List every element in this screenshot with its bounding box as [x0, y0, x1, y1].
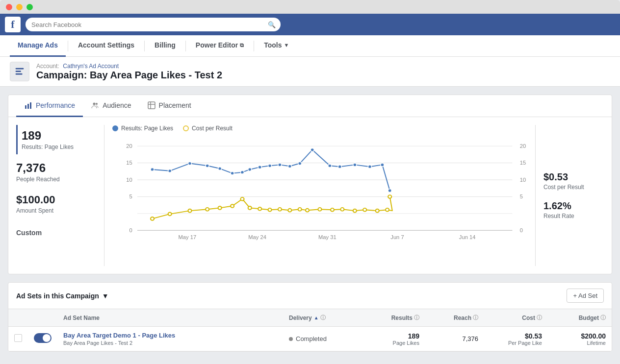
nav-separator-4 [254, 41, 254, 51]
svg-point-49 [353, 163, 357, 167]
performance-section: Performance Audience [8, 95, 612, 274]
delivery-info-icon[interactable]: ⓘ [320, 314, 326, 321]
facebook-logo-letter: f [11, 18, 14, 31]
campaign-title: Campaign: Bay Area Page Likes - Test 2 [36, 70, 222, 81]
reach-value: 7,376 [16, 161, 96, 175]
nav-tools[interactable]: Tools ▼ [256, 35, 297, 57]
account-link[interactable]: Cathryn's Ad Account [63, 63, 119, 70]
tab-performance[interactable]: Performance [16, 95, 83, 117]
svg-point-63 [278, 208, 282, 211]
spent-value: $100.00 [16, 194, 96, 206]
svg-point-68 [331, 208, 334, 212]
nav-manage-ads[interactable]: Manage Ads [10, 35, 66, 57]
legend-cost-label: Cost per Result [192, 125, 232, 132]
delivery-status-dot [289, 337, 293, 341]
budget-info-icon[interactable]: ⓘ [600, 314, 606, 321]
cpr-value: $0.53 [543, 171, 604, 183]
svg-rect-1 [16, 71, 21, 72]
svg-point-39 [240, 170, 244, 174]
svg-point-33 [151, 168, 154, 171]
dropdown-icon: ▼ [284, 42, 289, 48]
th-cost-label: Cost [522, 315, 535, 321]
tab-placement[interactable]: Placement [139, 95, 199, 117]
cost-value: $0.53 [490, 332, 542, 340]
results-info-icon[interactable]: ⓘ [414, 314, 419, 321]
th-budget-label: Budget [579, 315, 599, 321]
svg-point-64 [288, 209, 291, 212]
svg-point-7 [96, 103, 98, 105]
adsets-title-text: Ad Sets in this Campaign [16, 292, 99, 300]
main-content: Performance Audience [0, 87, 620, 360]
nav-separator-3 [185, 41, 186, 51]
audience-tab-icon [91, 101, 100, 110]
row-checkbox[interactable] [14, 334, 22, 342]
delivery-status-text: Completed [296, 335, 327, 342]
search-input[interactable] [26, 18, 281, 31]
svg-text:May 31: May 31 [318, 234, 336, 240]
nav-power-editor[interactable]: Power Editor ⧉ [188, 35, 252, 57]
svg-point-51 [381, 163, 384, 167]
rr-metric: 1.62% Result Rate [543, 200, 604, 219]
row-reach-cell: 7,376 [425, 327, 484, 351]
budget-label: Lifetime [554, 340, 606, 346]
nav-account-settings[interactable]: Account Settings [70, 35, 142, 57]
svg-point-6 [93, 103, 96, 105]
svg-point-58 [231, 204, 234, 208]
svg-text:0: 0 [129, 227, 132, 233]
rr-label: Result Rate [543, 213, 604, 219]
budget-value: $200.00 [554, 332, 606, 340]
row-name-cell: Bay Area Target Demo 1 - Page Likes Bay … [57, 327, 283, 351]
svg-point-67 [318, 208, 321, 211]
row-toggle[interactable] [34, 333, 52, 343]
svg-point-66 [306, 209, 309, 212]
adsets-dropdown-icon[interactable]: ▼ [102, 292, 109, 300]
tab-placement-label: Placement [159, 101, 191, 109]
reach-info-icon[interactable]: ⓘ [473, 314, 478, 321]
adsets-title: Ad Sets in this Campaign ▼ [16, 292, 109, 300]
results-stat: 189 Results: Page Likes [16, 125, 96, 154]
svg-point-52 [388, 189, 391, 193]
nav-separator-2 [144, 41, 145, 51]
reach-stat: 7,376 People Reached [16, 157, 96, 187]
minimize-button[interactable] [16, 4, 23, 10]
breadcrumb-container: Account: Cathryn's Ad Account Campaign: … [36, 62, 222, 81]
sort-up-icon: ▲ [314, 315, 319, 320]
svg-text:15: 15 [520, 160, 526, 166]
top-navigation: Manage Ads Account Settings Billing Powe… [0, 35, 620, 57]
row-results-cell: 189 Page Likes [362, 327, 425, 351]
campaign-prefix: Campaign [36, 70, 84, 80]
external-link-icon: ⧉ [240, 42, 244, 49]
maximize-button[interactable] [26, 4, 33, 10]
svg-point-41 [258, 166, 261, 169]
svg-point-34 [168, 169, 172, 172]
svg-text:0: 0 [520, 227, 523, 233]
svg-point-36 [206, 164, 209, 168]
right-metrics: $0.53 Cost per Result 1.62% Result Rate [535, 125, 604, 266]
th-reach: Reach ⓘ [425, 309, 484, 327]
svg-point-71 [363, 208, 366, 212]
svg-text:May 17: May 17 [179, 234, 197, 240]
svg-point-50 [368, 165, 371, 169]
add-adset-button[interactable]: + Ad Set [567, 289, 604, 303]
tab-audience[interactable]: Audience [83, 95, 139, 117]
close-button[interactable] [6, 4, 12, 10]
nav-billing[interactable]: Billing [147, 35, 183, 57]
chart-legend: Results: Page Likes Cost per Result [112, 125, 527, 132]
performance-tab-icon [24, 101, 33, 110]
spent-label: Amount Spent [16, 207, 96, 214]
legend-cost-dot [183, 125, 189, 131]
svg-text:15: 15 [126, 160, 132, 166]
th-delivery[interactable]: Delivery ▲ ⓘ [283, 309, 362, 327]
svg-point-37 [218, 167, 222, 170]
legend-results: Results: Page Likes [112, 125, 173, 132]
svg-text:May 24: May 24 [248, 234, 266, 240]
svg-point-70 [353, 209, 357, 213]
legend-results-dot [112, 125, 118, 131]
table-body: Bay Area Target Demo 1 - Page Likes Bay … [8, 327, 612, 351]
adset-name[interactable]: Bay Area Target Demo 1 - Page Likes [63, 332, 277, 339]
svg-rect-2 [16, 73, 23, 75]
svg-point-42 [268, 164, 272, 168]
rr-value: 1.62% [543, 200, 604, 212]
svg-point-53 [151, 217, 154, 220]
cost-info-icon[interactable]: ⓘ [537, 314, 542, 321]
